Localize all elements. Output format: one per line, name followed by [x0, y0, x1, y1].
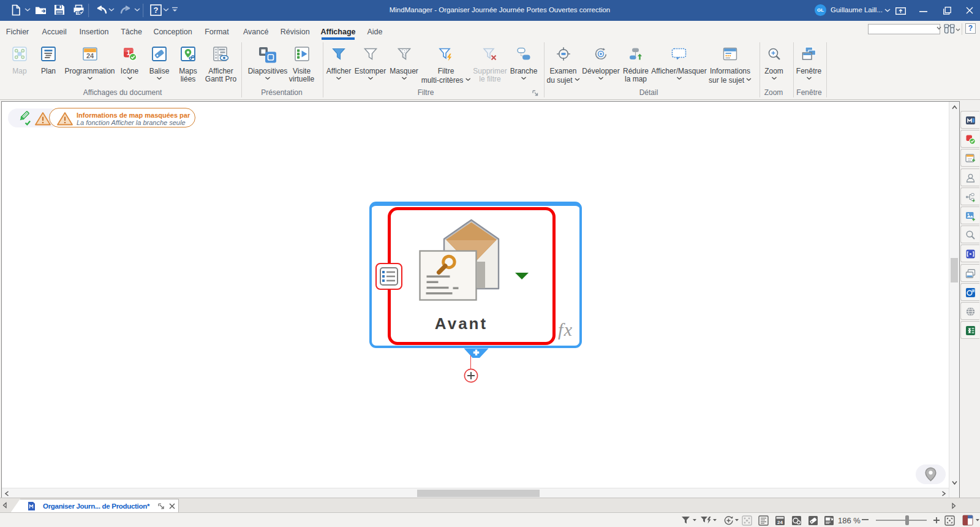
svg-text:24: 24	[86, 52, 94, 59]
svg-text:24: 24	[777, 520, 783, 525]
